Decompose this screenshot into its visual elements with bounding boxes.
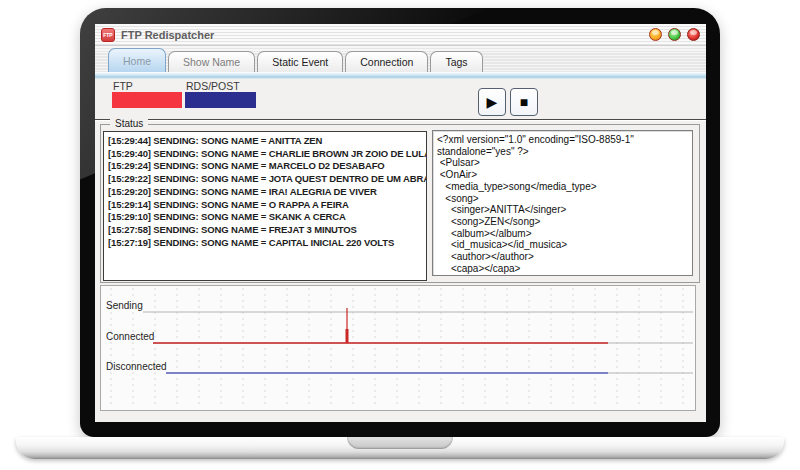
tab-connection[interactable]: Connection [345, 51, 428, 72]
title-bar: FTP FTP Redispatcher [95, 24, 706, 46]
maximize-button[interactable] [668, 28, 681, 41]
xml-line: <?xml version="1.0" encoding="ISO-8859-1… [437, 134, 688, 146]
xml-line: <Pulsar> [437, 157, 688, 169]
xml-line: <album></album> [437, 228, 688, 240]
xml-line: <song> [437, 193, 688, 205]
xml-line: <media_type>song</media_type> [437, 181, 688, 193]
play-icon: ▶ [487, 94, 498, 110]
xml-line: standalone="yes" ?> [437, 146, 688, 158]
laptop-latch-notch [347, 437, 453, 449]
toolbar-separator [95, 119, 706, 121]
close-button[interactable] [687, 28, 700, 41]
tab-bar: Home Show Name Static Event Connection T… [95, 46, 706, 72]
ftp-label: FTP [113, 80, 133, 92]
toolbar: FTP RDS/POST ▶ ■ [95, 79, 706, 119]
laptop-base [16, 437, 784, 459]
log-line: [15:27:58] SENDING: SONG NAME = FREJAT 3… [108, 224, 422, 237]
xml-line: <song>ZEN</song> [437, 216, 688, 228]
stop-icon: ■ [520, 94, 528, 110]
xml-line: <id_musica></id_musica> [437, 239, 688, 251]
log-line: [15:27:19] SENDING: SONG NAME = CAPITAL … [108, 237, 422, 250]
app-window: FTP FTP Redispatcher Home Show Name Stat… [95, 24, 706, 422]
tab-show-name[interactable]: Show Name [168, 51, 255, 72]
play-button[interactable]: ▶ [478, 88, 506, 116]
xml-line: <author></author> [437, 251, 688, 263]
status-group-label: Status [110, 118, 148, 129]
rds-post-status-bar [185, 92, 256, 108]
log-line: [15:29:10] SENDING: SONG NAME = SKANK A … [108, 211, 422, 224]
log-line: [15:29:24] SENDING: SONG NAME = MARCELO … [108, 160, 422, 173]
log-panel[interactable]: [15:29:44] SENDING: SONG NAME = ANITTA Z… [103, 131, 427, 281]
graph-label-sending: Sending [106, 300, 143, 311]
rds-post-label: RDS/POST [186, 80, 240, 92]
app-icon: FTP [101, 28, 115, 42]
window-controls [649, 28, 700, 41]
graph-label-disconnected: Disconnected [106, 361, 167, 372]
log-line: [15:29:22] SENDING: SONG NAME = JOTA QUE… [108, 173, 422, 186]
ftp-status-bar [112, 92, 182, 108]
xml-line: <singer>ANITTA</singer> [437, 204, 688, 216]
status-graph-canvas [101, 286, 695, 410]
xml-panel[interactable]: <?xml version="1.0" encoding="ISO-8859-1… [432, 130, 693, 276]
tab-tags[interactable]: Tags [430, 51, 482, 72]
tab-static-event[interactable]: Static Event [257, 51, 343, 72]
log-line: [15:29:40] SENDING: SONG NAME = CHARLIE … [108, 148, 422, 161]
minimize-button[interactable] [649, 28, 662, 41]
log-line: [15:29:20] SENDING: SONG NAME = IRA! ALE… [108, 186, 422, 199]
tab-underline-strip [95, 72, 706, 79]
status-graph: Sending Connected Disconnected [100, 285, 696, 411]
log-line: [15:29:44] SENDING: SONG NAME = ANITTA Z… [108, 135, 422, 148]
tab-home[interactable]: Home [108, 48, 166, 72]
log-line: [15:29:14] SENDING: SONG NAME = O RAPPA … [108, 199, 422, 212]
graph-label-connected: Connected [106, 331, 154, 342]
xml-line: <OnAir> [437, 169, 688, 181]
xml-line: <capa></capa> [437, 263, 688, 275]
stop-button[interactable]: ■ [510, 88, 538, 116]
window-title: FTP Redispatcher [121, 29, 649, 41]
